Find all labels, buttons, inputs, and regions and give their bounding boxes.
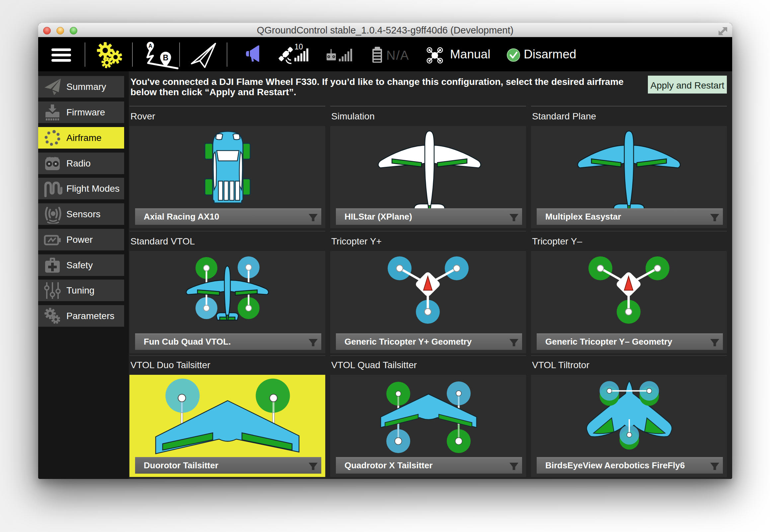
svg-text:B: B: [163, 53, 169, 62]
svg-text:N/A: N/A: [386, 48, 409, 62]
svg-text:10: 10: [294, 42, 303, 51]
svg-text:A: A: [148, 43, 152, 49]
